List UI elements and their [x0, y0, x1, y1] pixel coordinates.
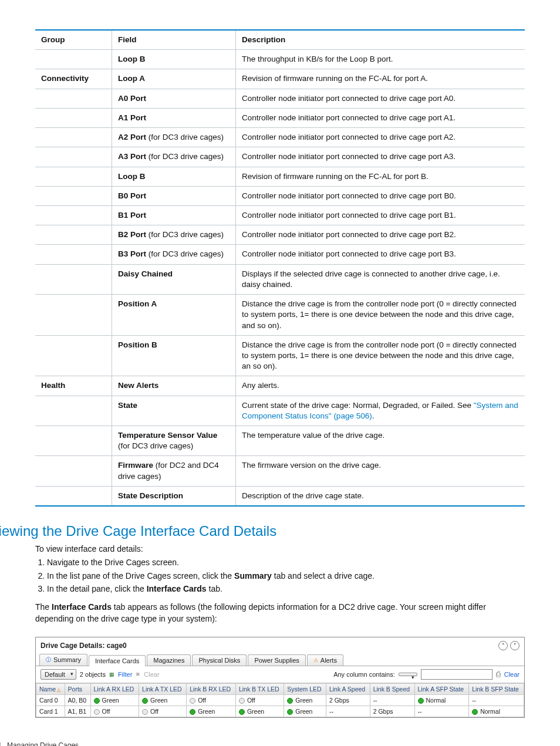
view-dropdown[interactable]: Default [41, 669, 76, 680]
grid-col-header[interactable]: Ports [65, 683, 90, 694]
tab-physical-disks[interactable]: Physical Disks [192, 654, 247, 666]
intro-text: To view interface card details: [35, 544, 525, 553]
grid-col-header[interactable]: Link B Speed [370, 683, 414, 694]
led-icon [94, 709, 100, 715]
col-field-header: Field [112, 30, 236, 50]
interface-cards-panel: Drive Cage Details: cage0 ˄ ˅ ⓘSummaryIn… [35, 637, 525, 718]
grid-col-header[interactable]: Name△ [36, 683, 65, 694]
filter-icon: ▦ [109, 671, 114, 677]
interface-cards-grid: Name△PortsLink A RX LEDLink A TX LEDLink… [36, 683, 524, 717]
status-icons-link[interactable]: "System and Component Status Icons" (pag… [242, 401, 518, 420]
table-row: A0 PortController node initiator port co… [35, 89, 525, 108]
tab-magazines[interactable]: Magazines [147, 654, 191, 666]
table-row: Position BDistance the drive cage is fro… [35, 335, 525, 376]
table-row: StateCurrent state of the drive cage: No… [35, 396, 525, 426]
table-row: A3 Port (for DC3 drive cages)Controller … [35, 147, 525, 167]
section-heading: Viewing the Drive Cage Interface Card De… [0, 523, 525, 539]
table-row: B2 Port (for DC3 drive cages)Controller … [35, 225, 525, 245]
alert-icon: ⚠ [313, 657, 318, 663]
grid-col-header[interactable]: Link B RX LED [187, 683, 236, 694]
grid-col-header[interactable]: Link A RX LED [90, 683, 139, 694]
led-icon [190, 698, 195, 704]
table-row: HealthNew AlertsAny alerts. [35, 376, 525, 396]
print-icon[interactable]: ⎙ [496, 670, 501, 679]
tab-alerts[interactable]: ⚠Alerts [307, 654, 343, 666]
grid-col-header[interactable]: System LED [284, 683, 326, 694]
step-item: Navigate to the Drive Cages screen. [47, 557, 525, 569]
grid-col-header[interactable]: Link A Speed [326, 683, 370, 694]
col-desc-header: Description [236, 30, 525, 50]
col-group-header: Group [35, 30, 112, 50]
expand-icon[interactable]: ˅ [510, 641, 519, 650]
led-icon [239, 698, 245, 704]
led-icon [287, 698, 293, 704]
table-row: ConnectivityLoop ARevision of firmware r… [35, 69, 525, 89]
grid-col-header[interactable]: Link B SFP State [469, 683, 524, 694]
search-label: Any column contains: [333, 671, 395, 678]
info-icon: ⓘ [46, 656, 51, 664]
sort-asc-icon: △ [57, 687, 60, 693]
tab-bar: ⓘSummaryInterface CardsMagazinesPhysical… [36, 654, 524, 666]
table-row: B0 PortController node initiator port co… [35, 186, 525, 205]
led-icon [142, 698, 148, 704]
led-icon [418, 698, 424, 704]
grid-row[interactable]: Card 0A0, B0GreenGreenOffOffGreen2 Gbps-… [36, 694, 524, 706]
table-row: A1 PortController node initiator port co… [35, 108, 525, 127]
led-icon [472, 709, 478, 715]
object-count: 2 objects [80, 671, 106, 678]
clear-filter-link: Clear [144, 671, 159, 678]
grid-row[interactable]: Card 1A1, B1OffOffGreenGreenGreen--2 Gbp… [36, 706, 524, 717]
table-row: Loop BThe throughput in KB/s for the Loo… [35, 50, 525, 69]
step-item: In the detail pane, click the Interface … [47, 583, 525, 595]
paragraph: The Interface Cards tab appears as follo… [35, 601, 525, 625]
steps-list: Navigate to the Drive Cages screen.In th… [47, 557, 525, 595]
step-item: In the list pane of the Drive Cages scre… [47, 571, 525, 582]
grid-col-header[interactable]: Link A TX LED [139, 683, 187, 694]
panel-title: Drive Cage Details: cage0 [41, 642, 127, 650]
tab-summary[interactable]: ⓘSummary [39, 654, 87, 666]
search-input[interactable] [421, 669, 492, 680]
led-icon [190, 709, 195, 715]
tab-power-supplies[interactable]: Power Supplies [248, 654, 305, 666]
grid-col-header[interactable]: Link B TX LED [235, 683, 284, 694]
led-icon [142, 709, 148, 715]
table-row: Daisy ChainedDisplays if the selected dr… [35, 264, 525, 294]
table-row: B1 PortController node initiator port co… [35, 205, 525, 225]
table-row: Position ADistance the drive cage is fro… [35, 295, 525, 336]
table-row: Firmware (for DC2 and DC4 drive cages)Th… [35, 456, 525, 486]
search-column-dropdown[interactable] [399, 673, 417, 676]
toolbar: Default 2 objects ▦ Filter ✖ Clear Any c… [36, 666, 524, 683]
table-row: State DescriptionDescription of the driv… [35, 486, 525, 506]
led-icon [94, 698, 100, 704]
tab-interface-cards[interactable]: Interface Cards [89, 655, 146, 666]
page-footer: 324 Managing Drive Cages [0, 741, 525, 746]
filter-link[interactable]: Filter [118, 671, 132, 678]
field-description-table: Group Field Description Loop BThe throug… [35, 29, 525, 507]
table-row: Loop BRevision of firmware running on th… [35, 167, 525, 186]
grid-col-header[interactable]: Link A SFP State [414, 683, 469, 694]
led-icon [287, 709, 293, 715]
table-row: B3 Port (for DC3 drive cages)Controller … [35, 245, 525, 264]
collapse-icon[interactable]: ˄ [498, 641, 508, 650]
led-icon [239, 709, 245, 715]
table-row: A2 Port (for DC3 drive cages)Controller … [35, 128, 525, 147]
table-row: Temperature Sensor Value (for DC3 drive … [35, 426, 525, 456]
clear-filter-icon: ✖ [136, 671, 140, 677]
clear-search-link[interactable]: Clear [504, 671, 519, 678]
